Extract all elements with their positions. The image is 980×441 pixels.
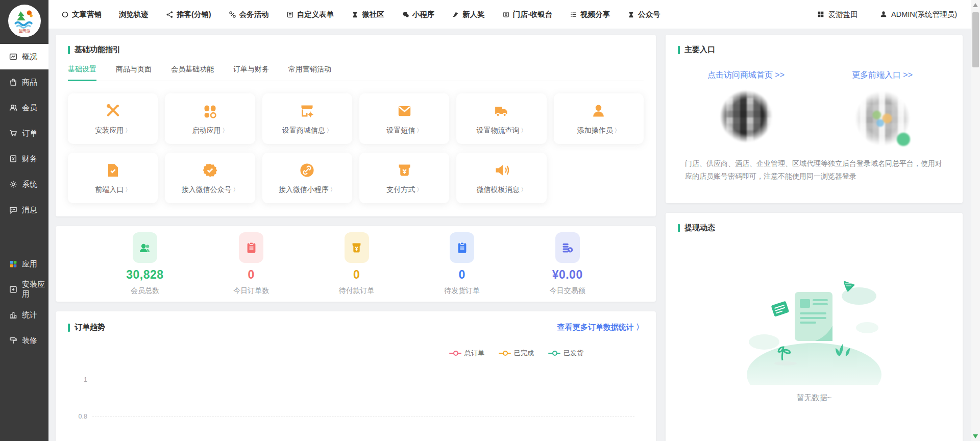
visit-mall-home-link[interactable]: 点击访问商城首页 >> bbox=[707, 70, 785, 79]
install-app-icon bbox=[9, 285, 18, 294]
pay-purse-icon bbox=[396, 162, 413, 179]
guide-card: 基础功能指引 基础设置 商品与页面 会员基础功能 订单与财务 常用营销活动 安装… bbox=[56, 35, 656, 216]
fn-card-label: 接入微信公众号 bbox=[181, 185, 231, 194]
legend-total-orders[interactable]: 总订单 bbox=[449, 349, 484, 358]
site-switcher[interactable]: 爱游盐田 bbox=[817, 10, 858, 19]
tab-goods-pages[interactable]: 商品与页面 bbox=[116, 65, 152, 81]
more-order-stats-link[interactable]: 查看更多订单数据统计 〉 bbox=[557, 323, 644, 332]
fn-card-logistics[interactable]: 设置物流查询〉 bbox=[456, 93, 546, 144]
nav-mini-program[interactable]: 小程序 bbox=[402, 10, 435, 19]
purse-stat-icon bbox=[350, 241, 363, 255]
legend-marker bbox=[499, 353, 511, 354]
sidebar-bottom-group: 应用 安装应用 统计 装修 bbox=[0, 251, 48, 353]
tab-basic-settings[interactable]: 基础设置 bbox=[68, 65, 96, 81]
nav-label: 自定义表单 bbox=[297, 10, 334, 19]
title-accent-bar bbox=[678, 224, 680, 232]
nav-article-marketing[interactable]: 文章营销 bbox=[61, 10, 102, 19]
sidebar-item-label: 财务 bbox=[22, 154, 37, 164]
fn-card-sms[interactable]: 设置短信〉 bbox=[359, 93, 449, 144]
sidebar-item-label: 概况 bbox=[22, 52, 37, 62]
stats-card: 30,828 会员总数 0 今日订单数 0 待付款订单 0 待发货订单 bbox=[56, 226, 656, 302]
nav-micro-community[interactable]: 微社区 bbox=[351, 10, 384, 19]
orders-cart-icon bbox=[9, 129, 18, 138]
sidebar-item-label: 系统 bbox=[22, 180, 37, 189]
fn-card-wechat-miniprogram[interactable]: 接入微信小程序〉 bbox=[262, 153, 352, 203]
fn-card-wechat-official[interactable]: 接入微信公众号〉 bbox=[165, 153, 255, 203]
legend-marker bbox=[548, 353, 560, 354]
coins-stat-icon bbox=[560, 241, 574, 255]
stat-label: 会员总数 bbox=[131, 286, 159, 296]
sidebar-item-finance[interactable]: 财务 bbox=[0, 146, 48, 172]
nav-custom-form[interactable]: 自定义表单 bbox=[286, 10, 334, 19]
gridline bbox=[92, 380, 634, 380]
nav-store-cashier[interactable]: 门店-收银台 bbox=[502, 10, 552, 19]
sidebar-item-install-apps[interactable]: 安装应用 bbox=[0, 277, 48, 302]
tab-member-basics[interactable]: 会员基础功能 bbox=[171, 65, 214, 81]
stat-value: 0 bbox=[248, 268, 254, 282]
tab-orders-finance[interactable]: 订单与财务 bbox=[233, 65, 269, 81]
fn-card-payment[interactable]: 支付方式〉 bbox=[359, 153, 449, 203]
nav-conference-activity[interactable]: 会务活动 bbox=[229, 10, 269, 19]
stat-label: 今日交易额 bbox=[550, 286, 585, 296]
order-trend-chart: 1 0.8 0.6 bbox=[68, 376, 644, 441]
fn-card-mall-info[interactable]: 设置商城信息〉 bbox=[262, 93, 352, 144]
scroll-up-arrow-icon[interactable] bbox=[973, 3, 978, 7]
nav-video-share[interactable]: 视频分享 bbox=[570, 10, 610, 19]
fn-card-add-operator[interactable]: 添加操作员〉 bbox=[554, 93, 644, 144]
sidebar-item-members[interactable]: 会员 bbox=[0, 95, 48, 120]
nav-browse-track[interactable]: 浏览轨迹 bbox=[119, 10, 149, 19]
fn-card-launch-app[interactable]: 启动应用〉 bbox=[165, 93, 255, 144]
main-entry-card: 主要入口 点击访问商城首页 >> 更多前端入口 >> 门店、供应商、酒店、企业管… bbox=[666, 35, 963, 203]
legend-label: 总订单 bbox=[464, 349, 484, 358]
chevron-right-icon: 〉 bbox=[521, 127, 526, 134]
sidebar-item-goods[interactable]: 商品 bbox=[0, 69, 48, 95]
legend-marker bbox=[449, 353, 461, 354]
sidebar-item-messages[interactable]: 消息 bbox=[0, 197, 48, 223]
fn-card-install-app[interactable]: 安装应用〉 bbox=[68, 93, 158, 144]
sidebar: 盐田游 概况 商品 会员 订单 财务 系统 消息 bbox=[0, 0, 48, 441]
scroll-down-arrow-icon[interactable] bbox=[973, 434, 978, 438]
logo-graphic: 盐田游 bbox=[10, 7, 39, 35]
sidebar-item-decorate[interactable]: 装修 bbox=[0, 328, 48, 353]
user-menu[interactable]: ADMIN(系统管理员) bbox=[879, 10, 957, 19]
hourglass-icon bbox=[351, 11, 359, 18]
chevron-right-icon: 〉 bbox=[222, 127, 228, 134]
main-column: 基础功能指引 基础设置 商品与页面 会员基础功能 订单与财务 常用营销活动 安装… bbox=[56, 35, 656, 441]
nav-distribution[interactable]: 推客(分销) bbox=[166, 10, 211, 19]
scrollbar-thumb[interactable] bbox=[972, 12, 979, 67]
nav-newcomer-reward[interactable]: 新人奖 bbox=[452, 10, 485, 19]
title-accent-bar bbox=[68, 46, 70, 54]
nav-official-account[interactable]: 公众号 bbox=[627, 10, 660, 19]
legend-label: 已完成 bbox=[514, 349, 534, 358]
sidebar-item-system[interactable]: 系统 bbox=[0, 172, 48, 197]
tab-marketing-activities[interactable]: 常用营销活动 bbox=[288, 65, 331, 81]
gridline bbox=[92, 416, 634, 417]
chart-gridline-row: 0.8 bbox=[68, 413, 644, 420]
overview-chart-icon bbox=[9, 52, 18, 61]
fn-card-label: 安装应用 bbox=[95, 126, 124, 135]
sidebar-item-apps[interactable]: 应用 bbox=[0, 251, 48, 277]
more-frontend-entry-link[interactable]: 更多前端入口 >> bbox=[852, 70, 913, 79]
stat-label: 今日订单数 bbox=[233, 286, 269, 296]
fn-card-label: 设置短信 bbox=[386, 126, 415, 135]
stat-value: 30,828 bbox=[126, 268, 163, 282]
sidebar-item-overview[interactable]: 概况 bbox=[0, 44, 48, 69]
legend-completed[interactable]: 已完成 bbox=[499, 349, 534, 358]
clipboard-stat-icon bbox=[455, 241, 469, 255]
sidebar-item-statistics[interactable]: 统计 bbox=[0, 302, 48, 328]
legend-shipped[interactable]: 已发货 bbox=[548, 349, 583, 358]
guide-card-title: 基础功能指引 bbox=[75, 45, 120, 55]
y-axis-tick: 0.8 bbox=[68, 413, 92, 420]
entry-links-row: 点击访问商城首页 >> 更多前端入口 >> bbox=[678, 70, 950, 81]
page-scrollbar[interactable] bbox=[971, 0, 980, 441]
bird-icon bbox=[452, 11, 459, 18]
chart-legend: 总订单 已完成 已发货 bbox=[68, 349, 583, 358]
admin-dashboard: 盐田游 概况 商品 会员 订单 财务 系统 消息 bbox=[0, 0, 980, 441]
fn-card-frontend-entry[interactable]: 前端入口〉 bbox=[68, 153, 158, 203]
mall-homepage-qr-image bbox=[720, 90, 773, 143]
site-logo[interactable]: 盐田游 bbox=[8, 5, 41, 37]
fn-card-wechat-template-msg[interactable]: 微信模板消息〉 bbox=[456, 153, 546, 203]
stat-unshipped-orders: 0 待发货订单 bbox=[444, 232, 480, 296]
sidebar-item-orders[interactable]: 订单 bbox=[0, 120, 48, 146]
cashier-icon bbox=[502, 11, 510, 18]
